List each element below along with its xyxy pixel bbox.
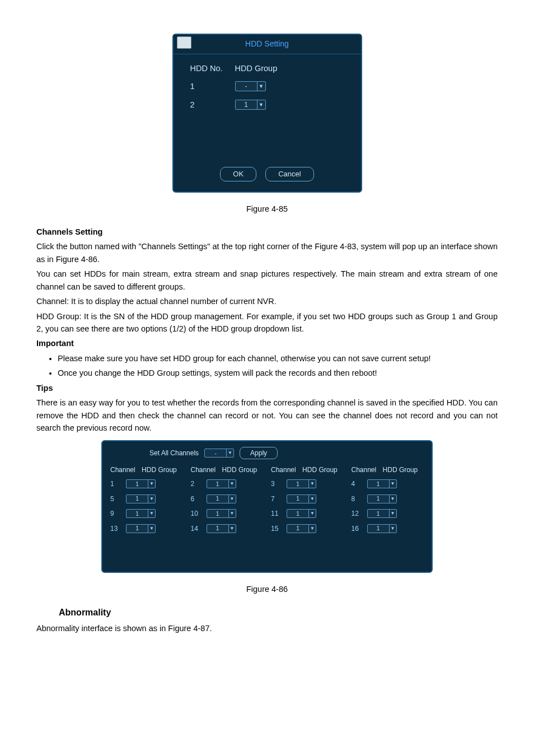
hdd-icon [177,36,191,49]
channel-group-select[interactable]: 1▼ [207,479,236,488]
channel-cell: 21▼ [191,479,264,489]
channels-setting-dialog: Set All Channels - ▼ Apply Channel HDD G… [101,440,433,573]
chevron-down-icon: ▼ [228,495,236,503]
chevron-down-icon: ▼ [148,525,155,533]
channel-number: 9 [110,508,126,519]
apply-button[interactable]: Apply [240,447,278,460]
heading-channels-setting: Channels Setting [36,226,498,238]
dialog-title: HDD Setting [245,39,289,48]
channel-group-select[interactable]: 1▼ [367,479,397,488]
chevron-down-icon: ▼ [389,525,396,533]
channel-cell: 161▼ [352,524,424,534]
chevron-down-icon: ▼ [148,510,155,517]
set-all-channels-select[interactable]: - ▼ [204,449,234,458]
channel-group-select[interactable]: 1▼ [126,524,156,533]
paragraph: Click the button named with "Channels Se… [36,240,498,265]
channel-group-select[interactable]: 1▼ [126,494,156,503]
channel-cell: 121▼ [352,508,424,519]
channel-cell: 11▼ [110,479,183,489]
dialog-titlebar: HDD Setting [174,35,361,54]
channel-cell: 81▼ [352,494,424,505]
chevron-down-icon: ▼ [228,525,236,533]
chevron-down-icon: ▼ [308,480,316,488]
channel-group-select[interactable]: 1▼ [367,509,397,518]
paragraph: There is an easy way for you to test whe… [36,396,498,434]
chevron-down-icon: ▼ [308,525,316,533]
hdd-group-select-1[interactable]: - ▼ [235,81,266,91]
channel-group-select[interactable]: 1▼ [207,494,236,503]
heading-abnormality: Abnormality [59,606,498,620]
channel-cell: 51▼ [110,494,183,505]
col-group: HDD Group [222,465,257,475]
channel-group-select[interactable]: 1▼ [126,479,156,488]
cancel-button[interactable]: Cancel [265,167,313,181]
chevron-down-icon: ▼ [148,480,155,488]
channel-number: 10 [191,508,207,519]
channel-group-select[interactable]: 1▼ [207,524,236,533]
hdd-group-select-2[interactable]: 1 ▼ [235,100,266,110]
chevron-down-icon: ▼ [148,495,155,503]
channel-number: 13 [110,524,126,534]
channel-cell: 31▼ [271,479,344,489]
col-channel: Channel [191,465,216,475]
col-channel: Channel [352,465,377,475]
channel-number: 7 [271,494,287,505]
chevron-down-icon: ▼ [228,510,236,517]
col-group: HDD Group [383,465,418,475]
col-channel: Channel [271,465,296,475]
chevron-down-icon: ▼ [308,495,316,503]
chevron-down-icon: ▼ [257,82,265,91]
heading-important: Important [36,337,498,349]
channel-group-select[interactable]: 1▼ [287,479,316,488]
ok-button[interactable]: OK [220,167,256,181]
channel-number: 4 [352,479,367,489]
channel-cell: 131▼ [110,524,183,534]
col-hdd-group: HDD Group [235,62,278,74]
hdd-no-2: 2 [190,99,235,111]
channel-cell: 111▼ [271,508,344,519]
bullet: Once you change the HDD Group settings, … [58,367,498,379]
channel-number: 12 [352,508,367,519]
hdd-setting-dialog: HDD Setting HDD No. HDD Group 1 - ▼ 2 1 … [172,34,362,193]
col-group: HDD Group [302,465,338,475]
channel-cell: 71▼ [271,494,344,505]
bullet: Please make sure you have set HDD group … [58,352,498,365]
channel-cell: 41▼ [352,479,424,489]
channel-number: 14 [191,524,207,534]
channel-number: 11 [271,508,287,519]
chevron-down-icon: ▼ [228,480,236,488]
channel-cell: 91▼ [110,508,183,519]
hdd-no-1: 1 [190,80,235,92]
channel-cell: 61▼ [191,494,264,505]
paragraph: You can set HDDs for main stream, extra … [36,268,498,293]
channel-group-select[interactable]: 1▼ [367,494,397,503]
channel-cell: 141▼ [191,524,264,534]
set-all-channels-label: Set All Channels [149,448,199,459]
paragraph: Channel: It is to display the actual cha… [36,295,498,307]
channel-number: 8 [352,494,367,505]
channel-group-select[interactable]: 1▼ [367,524,397,533]
channel-group-select[interactable]: 1▼ [126,509,156,518]
channel-cell: 151▼ [271,524,344,534]
channel-number: 5 [110,494,126,505]
channel-cell: 101▼ [191,508,264,519]
channel-number: 1 [110,479,126,489]
figure-caption-86: Figure 4-86 [36,583,498,595]
chevron-down-icon: ▼ [226,449,233,457]
col-channel: Channel [110,465,135,475]
channel-number: 6 [191,494,207,505]
col-group: HDD Group [142,465,177,475]
chevron-down-icon: ▼ [308,510,316,517]
channel-group-select[interactable]: 1▼ [287,494,316,503]
chevron-down-icon: ▼ [389,480,396,488]
channel-group-select[interactable]: 1▼ [207,509,236,518]
col-hdd-no: HDD No. [190,62,235,74]
chevron-down-icon: ▼ [389,510,396,517]
channel-number: 3 [271,479,287,489]
channel-number: 16 [352,524,367,534]
paragraph: HDD Group: It is the SN of the HDD group… [36,310,498,335]
channel-group-select[interactable]: 1▼ [287,509,316,518]
channel-number: 2 [191,479,207,489]
figure-caption-85: Figure 4-85 [36,203,498,215]
channel-group-select[interactable]: 1▼ [287,524,316,533]
